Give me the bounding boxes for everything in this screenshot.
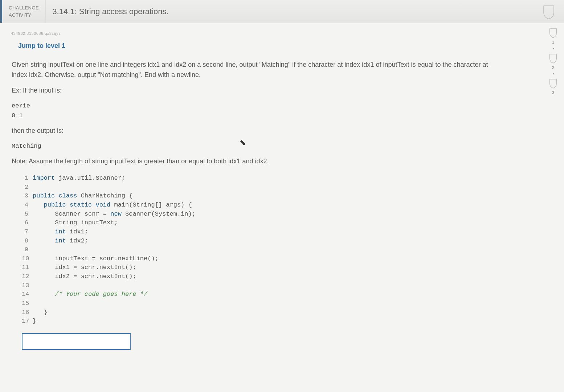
code-text: inputText = scnr.nextLine(); (33, 254, 159, 264)
line-number: 9 (22, 245, 33, 254)
level-step-3[interactable]: 3 (548, 77, 558, 96)
line-number: 4 (22, 201, 33, 210)
code-line[interactable]: 13 (22, 281, 549, 290)
example-then: then the output is: (12, 126, 491, 136)
code-line[interactable]: 10 inputText = scnr.nextLine(); (22, 254, 549, 264)
challenge-title: 3.14.1: String access operations. (46, 0, 175, 23)
content-area: 434962.3130686.qx3zqy7 Jump to level 1 1… (0, 23, 564, 356)
code-line[interactable]: 9 (22, 245, 549, 254)
instruction-paragraph: Given string inputText on one line and i… (12, 60, 491, 81)
code-line[interactable]: 1import java.util.Scanner; (22, 174, 549, 183)
challenge-header: CHALLENGE ACTIVITY 3.14.1: String access… (0, 0, 564, 23)
code-text: int idx1; (33, 228, 88, 237)
code-line[interactable]: 6 String inputText; (22, 219, 549, 228)
code-line[interactable]: 2 (22, 183, 549, 192)
line-number: 6 (22, 219, 33, 228)
level-num-3: 3 (548, 90, 558, 96)
code-text: } (33, 308, 48, 317)
level-num-1: 1 (548, 39, 558, 45)
level-step-1[interactable]: 1 (548, 27, 558, 45)
code-text: public static void main(String[] args) { (33, 201, 192, 210)
line-number: 12 (22, 272, 33, 281)
line-number: 8 (22, 237, 33, 246)
cursor-icon: ⬊ (240, 136, 246, 148)
code-line[interactable]: 7 int idx1; (22, 228, 549, 237)
code-line[interactable]: 15 (22, 299, 549, 308)
line-number: 11 (22, 263, 33, 272)
header-label-line1: CHALLENGE (9, 4, 39, 12)
line-number: 15 (22, 299, 33, 308)
code-text: import java.util.Scanner; (33, 174, 125, 183)
line-number: 2 (22, 183, 33, 192)
code-text: String inputText; (33, 219, 118, 228)
code-text: Scanner scnr = new Scanner(System.in); (33, 210, 196, 219)
code-line[interactable]: 16 } (22, 308, 549, 317)
level-step-2[interactable]: 2 (548, 52, 558, 71)
level-dot (553, 48, 554, 49)
line-number: 7 (22, 228, 33, 237)
level-num-2: 2 (548, 65, 558, 71)
run-button[interactable] (22, 333, 131, 350)
code-text: public class CharMatching { (33, 192, 132, 201)
code-line[interactable]: 11 idx1 = scnr.nextInt(); (22, 263, 549, 272)
line-number: 17 (22, 317, 33, 326)
line-number: 13 (22, 281, 33, 290)
hash-id: 434962.3130686.qx3zqy7 (11, 30, 557, 37)
code-text: idx1 = scnr.nextInt(); (33, 263, 136, 272)
code-line[interactable]: 12 idx2 = scnr.nextInt(); (22, 272, 549, 281)
instruction-note: Note: Assume the length of string inputT… (12, 156, 491, 167)
code-line[interactable]: 5 Scanner scnr = new Scanner(System.in); (22, 210, 549, 219)
code-line[interactable]: 17} (22, 317, 549, 326)
code-line[interactable]: 8 int idx2; (22, 237, 549, 246)
line-number: 3 (22, 192, 33, 201)
header-label-line2: ACTIVITY (9, 12, 39, 19)
level-indicator: 1 2 3 (548, 27, 558, 96)
code-editor[interactable]: 1import java.util.Scanner;23public class… (22, 174, 549, 326)
code-line[interactable]: 3public class CharMatching { (22, 192, 549, 201)
code-text: /* Your code goes here */ (33, 290, 147, 299)
example-output: Matching (12, 141, 491, 151)
code-text: } (33, 317, 36, 326)
line-number: 14 (22, 290, 33, 299)
line-number: 10 (22, 254, 33, 264)
example-label: Ex: If the input is: (12, 85, 491, 96)
example-input: eerie 0 1 (12, 101, 491, 121)
button-row (22, 333, 542, 353)
instructions: Given string inputText on one line and i… (12, 60, 491, 167)
header-label: CHALLENGE ACTIVITY (2, 0, 46, 23)
code-text: idx2 = scnr.nextInt(); (33, 272, 136, 281)
code-text: int idx2; (33, 237, 88, 246)
jump-to-level-link[interactable]: Jump to level 1 (18, 41, 557, 51)
code-line[interactable]: 14 /* Your code goes here */ (22, 290, 549, 299)
line-number: 1 (22, 174, 33, 183)
level-dot (553, 73, 554, 74)
code-line[interactable]: 4 public static void main(String[] args)… (22, 201, 549, 210)
line-number: 16 (22, 308, 33, 317)
line-number: 5 (22, 210, 33, 219)
shield-icon (541, 4, 557, 20)
